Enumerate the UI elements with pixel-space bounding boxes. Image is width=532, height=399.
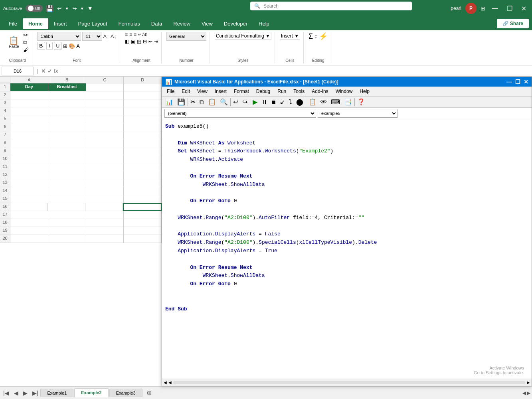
cell-A11[interactable] <box>10 163 48 171</box>
cancel-formula-icon[interactable]: ✕ <box>41 68 46 74</box>
cell-A13[interactable] <box>10 179 48 187</box>
vba-save-icon[interactable]: 💾 <box>176 97 187 107</box>
cell-A16[interactable] <box>10 203 48 211</box>
cell-B17[interactable] <box>48 211 86 219</box>
cell-C6[interactable] <box>86 123 124 131</box>
cell-D15[interactable] <box>124 195 162 203</box>
bold-button[interactable]: B <box>37 42 45 50</box>
sheet-nav-last[interactable]: ▶| <box>31 389 40 397</box>
formula-input[interactable] <box>59 67 530 75</box>
cell-D16[interactable] <box>123 203 162 211</box>
underline-button[interactable]: U <box>54 42 62 50</box>
vba-proc-dropdown[interactable]: example5 <box>318 109 398 118</box>
col-header-c[interactable]: C <box>86 77 124 83</box>
cell-C14[interactable] <box>86 187 124 195</box>
cell-A10[interactable] <box>10 155 48 163</box>
cell-A9[interactable] <box>10 147 48 155</box>
cell-B18[interactable] <box>48 219 86 227</box>
cell-A7[interactable] <box>10 131 48 139</box>
search-input[interactable] <box>263 3 408 9</box>
cell-C2[interactable] <box>86 91 124 99</box>
fill-color-icon[interactable]: 🎨 <box>69 43 75 49</box>
cell-D2[interactable] <box>124 91 162 99</box>
vba-watch-icon[interactable]: 👁 <box>319 98 328 107</box>
vba-redo-icon[interactable]: ↪ <box>241 97 249 107</box>
customize-icon[interactable]: ▼ <box>87 5 93 12</box>
cell-D10[interactable] <box>124 155 162 163</box>
confirm-formula-icon[interactable]: ✓ <box>47 68 52 74</box>
tab-page-layout[interactable]: Page Layout <box>73 18 113 29</box>
vba-paste-icon[interactable]: 📋 <box>206 97 218 107</box>
indent-dec-icon[interactable]: ⇤ <box>148 39 152 44</box>
copy-icon[interactable]: ⧉ <box>23 39 29 46</box>
cell-C8[interactable] <box>86 139 124 147</box>
sheet-tab-example2[interactable]: Example2 <box>74 388 108 397</box>
vba-menu-run[interactable]: Run <box>274 87 289 95</box>
cell-B6[interactable] <box>48 123 86 131</box>
align-right-icon[interactable]: ▨ <box>137 39 141 44</box>
tab-data[interactable]: Data <box>146 18 168 29</box>
wrap-text-icon[interactable]: ↵ab <box>138 32 147 38</box>
cell-A18[interactable] <box>10 219 48 227</box>
cell-C20[interactable] <box>86 235 124 243</box>
cell-C4[interactable] <box>86 107 124 115</box>
vba-menu-file[interactable]: File <box>164 87 178 95</box>
vba-close-btn[interactable]: ✕ <box>524 79 528 85</box>
cell-D9[interactable] <box>124 147 162 155</box>
lightning-icon[interactable]: ⚡ <box>319 32 328 41</box>
cell-A14[interactable] <box>10 187 48 195</box>
vba-restore-btn[interactable]: ❐ <box>515 79 520 85</box>
layout-icon[interactable]: ⊞ <box>481 5 485 12</box>
cell-B16[interactable] <box>48 203 85 211</box>
search-box[interactable]: 🔍 <box>250 2 412 10</box>
cell-D1[interactable] <box>124 83 162 91</box>
cell-D7[interactable] <box>124 131 162 139</box>
tab-help[interactable]: Help <box>253 18 275 29</box>
sum-icon[interactable]: Σ <box>309 32 313 41</box>
scroll-left-icon[interactable]: ◀ <box>522 390 526 396</box>
cell-C12[interactable] <box>86 171 124 179</box>
vba-run-icon[interactable]: ▶ <box>251 97 259 107</box>
cell-B1[interactable]: Breakfast <box>48 83 86 91</box>
italic-button[interactable]: I <box>46 42 52 50</box>
cell-A12[interactable] <box>10 171 48 179</box>
vba-scroll-track[interactable] <box>173 381 525 384</box>
vba-menu-addins[interactable]: Add-Ins <box>309 87 331 95</box>
vba-copy-icon[interactable]: ⧉ <box>198 98 206 107</box>
cell-D19[interactable] <box>124 227 162 235</box>
vba-pause-icon[interactable]: ⏸ <box>260 98 269 107</box>
vba-find-icon[interactable]: 🔍 <box>218 97 229 107</box>
cell-A1[interactable]: Day <box>10 83 48 91</box>
cell-D12[interactable] <box>124 171 162 179</box>
vba-object-dropdown[interactable]: (General) <box>164 109 316 118</box>
cell-B13[interactable] <box>48 179 86 187</box>
vba-menu-help[interactable]: Help <box>356 87 373 95</box>
cell-A6[interactable] <box>10 123 48 131</box>
col-header-a[interactable]: A <box>10 77 48 83</box>
font-size-select[interactable]: 11 <box>82 32 102 41</box>
sheet-tab-example1[interactable]: Example1 <box>40 389 73 397</box>
cell-C7[interactable] <box>86 131 124 139</box>
cell-B14[interactable] <box>48 187 86 195</box>
cell-A17[interactable] <box>10 211 48 219</box>
cell-B8[interactable] <box>48 139 86 147</box>
undo-dropdown-icon[interactable]: ▼ <box>65 6 69 11</box>
restore-btn[interactable]: ❐ <box>504 4 515 13</box>
paste-button[interactable]: 📋 Paste <box>6 35 22 50</box>
user-avatar[interactable]: P <box>465 3 477 14</box>
cell-D18[interactable] <box>124 219 162 227</box>
cell-C10[interactable] <box>86 155 124 163</box>
vba-callstack-icon[interactable]: 📑 <box>342 97 354 107</box>
sheet-nav-next[interactable]: ▶ <box>22 389 29 397</box>
sheet-nav-first[interactable]: |◀ <box>2 389 11 397</box>
cell-D11[interactable] <box>124 163 162 171</box>
redo-dropdown-icon[interactable]: ▼ <box>80 6 84 11</box>
cell-B2[interactable] <box>48 91 86 99</box>
cell-D13[interactable] <box>124 179 162 187</box>
redo-icon[interactable]: ↪ <box>72 5 77 12</box>
vba-menu-tools[interactable]: Tools <box>290 87 308 95</box>
vba-immediate-icon[interactable]: ⌨ <box>329 97 342 107</box>
vba-step-over-icon[interactable]: ⤵ <box>287 98 294 107</box>
sheet-add-button[interactable]: ⊕ <box>143 388 155 397</box>
vba-menu-view[interactable]: View <box>194 87 211 95</box>
